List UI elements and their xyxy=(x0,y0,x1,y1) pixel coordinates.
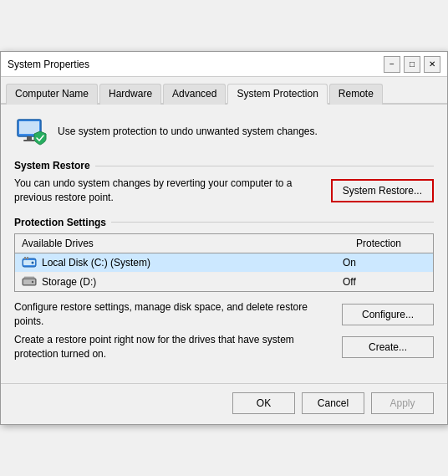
title-bar-controls: − □ ✕ xyxy=(384,56,440,73)
drives-table: Available Drives Protection xyxy=(14,233,434,292)
create-description: Create a restore point right now for the… xyxy=(14,333,333,361)
col-drives: Available Drives xyxy=(15,234,349,253)
tab-bar: Computer Name Hardware Advanced System P… xyxy=(1,77,447,105)
table-header-row: Available Drives Protection xyxy=(15,234,433,253)
system-restore-button[interactable]: System Restore... xyxy=(331,179,434,202)
svg-rect-3 xyxy=(23,140,35,141)
footer-buttons: OK Cancel Apply xyxy=(1,383,447,424)
protection-status-off: Off xyxy=(343,276,426,288)
system-properties-window: System Properties − □ ✕ Computer Name Ha… xyxy=(0,51,448,425)
tab-system-protection[interactable]: System Protection xyxy=(227,84,327,105)
drive-name-cell: Local Disk (C:) (System) xyxy=(22,256,343,269)
col-protection: Protection xyxy=(349,234,433,253)
storage-icon xyxy=(22,275,37,289)
table-row[interactable]: Storage (D:) Off xyxy=(15,273,433,291)
svg-rect-7 xyxy=(24,257,26,259)
system-restore-section: System Restore You can undo system chang… xyxy=(14,160,434,205)
ok-button[interactable]: OK xyxy=(232,392,295,414)
tab-content: Use system protection to undo unwanted s… xyxy=(1,105,447,383)
protection-settings-section: Protection Settings Available Drives Pro… xyxy=(14,217,434,361)
hdd-icon xyxy=(22,256,37,269)
configure-description: Configure restore settings, manage disk … xyxy=(14,300,333,329)
system-restore-header: System Restore xyxy=(14,160,434,171)
header-section: Use system protection to undo unwanted s… xyxy=(14,115,434,148)
header-description: Use system protection to undo unwanted s… xyxy=(58,125,318,137)
system-restore-description: You can undo system changes by reverting… xyxy=(14,177,323,205)
tab-advanced[interactable]: Advanced xyxy=(163,84,226,105)
apply-button[interactable]: Apply xyxy=(371,392,434,414)
drive-name-cell: Storage (D:) xyxy=(22,275,343,289)
protection-status-on: On xyxy=(343,257,426,269)
svg-point-11 xyxy=(32,281,33,283)
create-row: Create a restore point right now for the… xyxy=(14,333,434,361)
table-row[interactable]: Local Disk (C:) (System) On xyxy=(15,253,433,273)
window-title: System Properties xyxy=(8,59,89,70)
configure-button[interactable]: Configure... xyxy=(342,304,434,325)
svg-point-6 xyxy=(32,261,34,264)
svg-rect-8 xyxy=(27,257,28,259)
protection-settings-header: Protection Settings xyxy=(14,217,434,228)
tab-hardware[interactable]: Hardware xyxy=(99,84,161,105)
close-button[interactable]: ✕ xyxy=(424,56,440,73)
system-restore-row: You can undo system changes by reverting… xyxy=(14,177,434,205)
shield-icon xyxy=(14,115,48,148)
title-bar: System Properties − □ ✕ xyxy=(1,52,447,77)
tab-remote[interactable]: Remote xyxy=(329,84,383,105)
svg-rect-12 xyxy=(24,277,34,279)
cancel-button[interactable]: Cancel xyxy=(302,392,364,414)
svg-rect-2 xyxy=(27,136,32,140)
maximize-button[interactable]: □ xyxy=(404,56,420,73)
tab-computer-name[interactable]: Computer Name xyxy=(6,84,98,105)
svg-rect-1 xyxy=(19,121,39,134)
minimize-button[interactable]: − xyxy=(384,56,400,73)
configure-row: Configure restore settings, manage disk … xyxy=(14,300,434,329)
create-button[interactable]: Create... xyxy=(342,336,434,358)
